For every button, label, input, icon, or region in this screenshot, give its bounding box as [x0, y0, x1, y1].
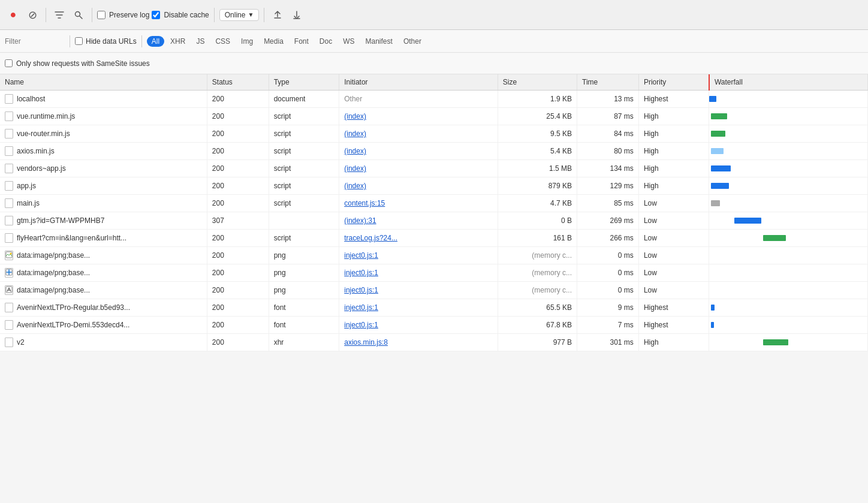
- th-time[interactable]: Time: [577, 74, 639, 91]
- initiator-link[interactable]: traceLog.js?24...: [344, 234, 397, 242]
- cell-time: 269 ms: [577, 212, 639, 230]
- th-size[interactable]: Size: [498, 74, 577, 91]
- file-name: vue-router.min.js: [17, 129, 70, 138]
- filter-font[interactable]: Font: [290, 36, 314, 47]
- waterfall-bar: [711, 131, 725, 137]
- table-row[interactable]: data:image/png;base...200pnginject0.js:1…: [0, 264, 868, 282]
- cell-waterfall: [709, 195, 868, 212]
- table-row[interactable]: localhost200documentOther1.9 KB13 msHigh…: [0, 91, 868, 108]
- disable-cache-label[interactable]: Disable cache: [152, 11, 209, 19]
- hide-data-urls-label[interactable]: Hide data URLs: [75, 37, 137, 46]
- file-icon: [5, 268, 13, 278]
- filter-media[interactable]: Media: [259, 36, 288, 47]
- th-type[interactable]: Type: [269, 74, 339, 91]
- initiator-link[interactable]: content.js:15: [344, 199, 385, 207]
- cell-priority: Low: [638, 264, 709, 282]
- th-name[interactable]: Name: [0, 74, 207, 91]
- table-row[interactable]: vue.runtime.min.js200script(index)25.4 K…: [0, 108, 868, 125]
- cell-priority: Low: [638, 247, 709, 264]
- cell-initiator: inject0.js:1: [339, 299, 498, 317]
- table-row[interactable]: axios.min.js200script(index)5.4 KB80 msH…: [0, 143, 868, 160]
- network-table-scroll[interactable]: Name Status Type Initiator Size Time Pri…: [0, 74, 868, 351]
- filter-other[interactable]: Other: [399, 36, 426, 47]
- filter-doc[interactable]: Doc: [315, 36, 337, 47]
- initiator-link[interactable]: (index): [344, 182, 366, 190]
- initiator-link[interactable]: (index): [344, 129, 366, 138]
- cell-waterfall: [709, 230, 868, 247]
- table-row[interactable]: main.js200scriptcontent.js:154.7 KB85 ms…: [0, 195, 868, 212]
- filter-input[interactable]: [5, 37, 65, 46]
- cell-time: 9 ms: [577, 299, 639, 317]
- file-name: gtm.js?id=GTM-WPPMHB7: [17, 216, 104, 225]
- initiator-link[interactable]: (index):31: [344, 216, 376, 225]
- initiator-link[interactable]: axios.min.js:8: [344, 338, 388, 347]
- table-row[interactable]: v2200xhraxios.min.js:8977 B301 msHigh: [0, 334, 868, 351]
- hide-data-urls-checkbox[interactable]: [75, 37, 83, 45]
- filter-bar: Hide data URLs All XHR JS CSS Img Media …: [0, 30, 868, 53]
- samesite-checkbox[interactable]: [5, 59, 13, 67]
- initiator-link[interactable]: (index): [344, 147, 366, 155]
- initiator-link[interactable]: inject0.js:1: [344, 303, 378, 312]
- cell-name: vue.runtime.min.js: [0, 108, 207, 125]
- preserve-log-label[interactable]: Preserve log: [97, 11, 149, 19]
- initiator-link[interactable]: (index): [344, 112, 366, 121]
- cell-size: 67.8 KB: [498, 317, 577, 334]
- chevron-down-icon: ▼: [248, 11, 254, 18]
- cell-size: (memory c...: [498, 247, 577, 264]
- th-status[interactable]: Status: [207, 74, 269, 91]
- record-button[interactable]: ●: [5, 7, 22, 23]
- cell-status: 200: [207, 282, 269, 299]
- cell-name: data:image/png;base...: [0, 282, 207, 299]
- table-row[interactable]: vue-router.min.js200script(index)9.5 KB8…: [0, 125, 868, 143]
- file-icon: [5, 198, 13, 208]
- search-button[interactable]: [70, 7, 87, 23]
- cell-name: vendors~app.js: [0, 160, 207, 177]
- filter-manifest[interactable]: Manifest: [361, 36, 397, 47]
- upload-button[interactable]: [269, 7, 286, 23]
- cell-initiator: inject0.js:1: [339, 264, 498, 282]
- initiator-link[interactable]: (index): [344, 164, 366, 173]
- filter-ws[interactable]: WS: [338, 36, 359, 47]
- table-row[interactable]: app.js200script(index)879 KB129 msHigh: [0, 177, 868, 195]
- filter-img[interactable]: Img: [236, 36, 258, 47]
- th-priority[interactable]: Priority: [638, 74, 709, 91]
- cell-time: 301 ms: [577, 334, 639, 351]
- file-icon: [5, 164, 13, 173]
- th-initiator[interactable]: Initiator: [339, 74, 498, 91]
- filter-button[interactable]: [51, 7, 68, 23]
- filter-js[interactable]: JS: [191, 36, 209, 47]
- cell-status: 200: [207, 177, 269, 195]
- filter-xhr[interactable]: XHR: [165, 36, 190, 47]
- file-name: data:image/png;base...: [17, 251, 90, 260]
- cell-status: 200: [207, 230, 269, 247]
- initiator-link[interactable]: inject0.js:1: [344, 286, 378, 294]
- th-waterfall[interactable]: Waterfall: [709, 74, 868, 91]
- cell-waterfall: [709, 299, 868, 317]
- cell-initiator: Other: [339, 91, 498, 108]
- table-row[interactable]: flyHeart?cm=in&lang=en&url=htt...200scri…: [0, 230, 868, 247]
- initiator-link[interactable]: inject0.js:1: [344, 251, 378, 260]
- disable-cache-checkbox[interactable]: [152, 11, 160, 19]
- download-button[interactable]: [288, 7, 305, 23]
- table-row[interactable]: gtm.js?id=GTM-WPPMHB7307(index):310 B269…: [0, 212, 868, 230]
- cell-status: 200: [207, 264, 269, 282]
- waterfall-bar: [734, 218, 761, 224]
- initiator-link[interactable]: inject0.js:1: [344, 321, 378, 329]
- stop-button[interactable]: ⊘: [24, 7, 41, 23]
- table-row[interactable]: data:image/png;base...200pnginject0.js:1…: [0, 282, 868, 299]
- cell-time: 0 ms: [577, 282, 639, 299]
- initiator-link[interactable]: inject0.js:1: [344, 269, 378, 277]
- table-row[interactable]: vendors~app.js200script(index)1.5 MB134 …: [0, 160, 868, 177]
- filter-css[interactable]: CSS: [210, 36, 235, 47]
- cell-time: 7 ms: [577, 317, 639, 334]
- table-row[interactable]: AvenirNextLTPro-Demi.553decd4...200fonti…: [0, 317, 868, 334]
- cell-name: gtm.js?id=GTM-WPPMHB7: [0, 212, 207, 230]
- cell-size: (memory c...: [498, 264, 577, 282]
- table-row[interactable]: AvenirNextLTPro-Regular.b5ed93...200font…: [0, 299, 868, 317]
- divider-2: [92, 8, 92, 22]
- preserve-log-checkbox[interactable]: [97, 11, 106, 19]
- cell-status: 200: [207, 317, 269, 334]
- filter-all[interactable]: All: [147, 36, 164, 47]
- network-throttle[interactable]: Online ▼: [219, 9, 260, 21]
- table-row[interactable]: data:image/png;base...200pnginject0.js:1…: [0, 247, 868, 264]
